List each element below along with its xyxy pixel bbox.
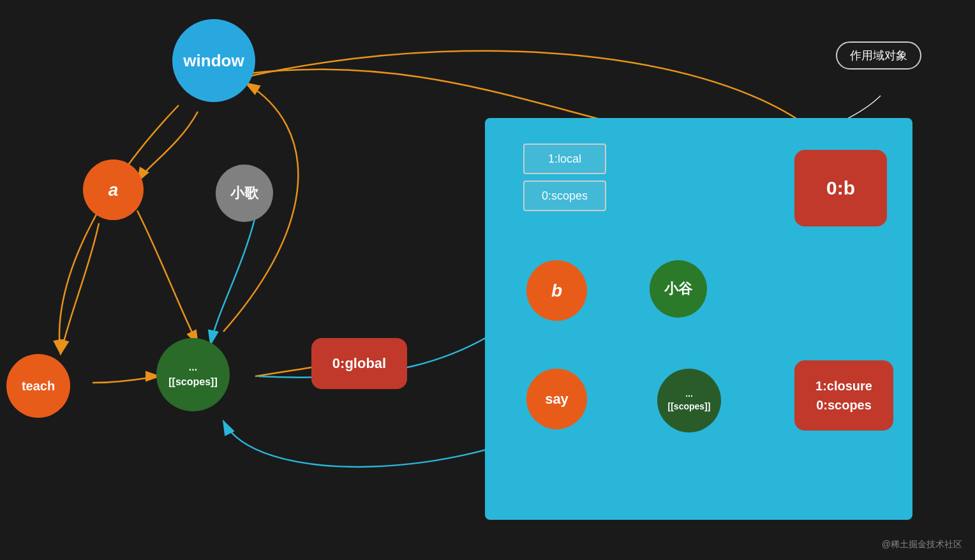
b-inner-node: b bbox=[526, 260, 587, 321]
teach-node: teach bbox=[6, 354, 70, 418]
xiaoge-node: 小歌 bbox=[216, 165, 273, 222]
watermark: @稀土掘金技术社区 bbox=[882, 539, 962, 550]
b-rect: 0:b bbox=[794, 150, 887, 226]
xiaogu-node: 小谷 bbox=[650, 260, 707, 318]
local-rect: 1:local bbox=[523, 144, 606, 174]
global-node: 0:global bbox=[311, 338, 407, 389]
panel-scopes-rect: 0:scopes bbox=[523, 181, 606, 211]
window-node: window bbox=[172, 19, 255, 102]
say-node: say bbox=[526, 369, 587, 429]
scopes-inner-node: ... [[scopes]] bbox=[657, 369, 721, 432]
scopes-main-node: ... [[scopes]] bbox=[156, 338, 230, 411]
a-node: a bbox=[83, 159, 144, 220]
closure-rect: 1:closure 0:scopes bbox=[794, 360, 893, 431]
callout-bubble: 作用域对象 bbox=[836, 41, 921, 70]
